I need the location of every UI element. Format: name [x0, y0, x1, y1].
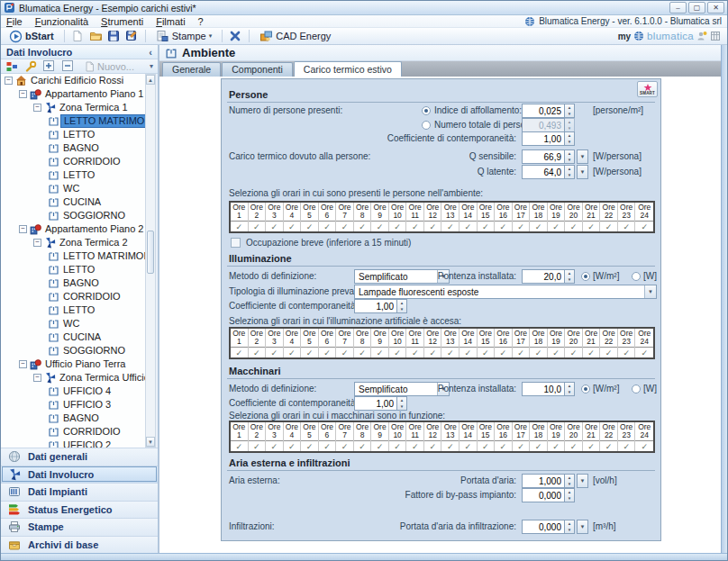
indice-affollamento-input[interactable]: [522, 104, 565, 118]
inf-portata-input[interactable]: [522, 520, 565, 534]
hour-4-check[interactable]: ✓: [284, 221, 301, 231]
nav-status-energetico[interactable]: Status Energetico: [1, 501, 158, 519]
minimize-button[interactable]: –: [669, 2, 687, 14]
illum-coeff-spinner[interactable]: ▲▼: [397, 299, 407, 313]
hour-4-cell[interactable]: Ore4✓: [284, 203, 302, 231]
macc-metodo-select[interactable]: Semplificato ▼: [354, 382, 450, 396]
hour-1-check[interactable]: ✓: [231, 440, 248, 451]
indice-affollamento-spinner[interactable]: ▲▼: [565, 104, 575, 118]
hour-24-check[interactable]: ✓: [635, 440, 653, 451]
hour-8-check[interactable]: ✓: [354, 347, 371, 357]
inf-portata-dropdown[interactable]: ▼: [577, 520, 588, 534]
macc-radio-wm2[interactable]: [581, 385, 590, 394]
hour-1-check[interactable]: ✓: [231, 221, 248, 231]
hour-3-check[interactable]: ✓: [266, 347, 283, 357]
portata-input[interactable]: [522, 474, 565, 488]
hour-15-cell[interactable]: Ore15✓: [478, 422, 496, 451]
hour-6-cell[interactable]: Ore6✓: [319, 329, 337, 357]
collapse-toggle[interactable]: −: [19, 360, 27, 368]
tree-item-carichi-edificio-rossi[interactable]: −Carichi Edificio Rossi: [1, 74, 147, 87]
hour-3-cell[interactable]: Ore3✓: [266, 203, 284, 231]
hour-7-cell[interactable]: Ore7✓: [336, 422, 354, 451]
hour-9-cell[interactable]: Ore9✓: [371, 422, 389, 451]
q-latente-input[interactable]: [522, 165, 565, 179]
tree-item-appartamento-piano-2[interactable]: −Appartamento Piano 2: [1, 222, 147, 236]
q-latente-dropdown[interactable]: ▼: [577, 165, 588, 179]
tree-item-letto-matrimoniale[interactable]: LETTO MATRIMONIALE: [1, 249, 147, 263]
hour-11-cell[interactable]: Ore11✓: [406, 203, 424, 231]
illum-radio-w[interactable]: [632, 272, 641, 281]
close-project-button[interactable]: [229, 30, 242, 42]
hour-13-cell[interactable]: Ore13✓: [441, 422, 460, 451]
tree-structure-button[interactable]: [5, 60, 18, 73]
illum-metodo-select[interactable]: Semplificato ▼: [354, 269, 450, 284]
hour-18-check[interactable]: ✓: [530, 347, 547, 357]
hour-1-cell[interactable]: Ore1✓: [231, 422, 249, 451]
hour-19-check[interactable]: ✓: [548, 347, 565, 357]
tree-item-ufficio-4[interactable]: UFFICIO 4: [1, 385, 147, 398]
hour-24-cell[interactable]: Ore24✓: [635, 203, 653, 231]
open-file-button[interactable]: [89, 30, 103, 42]
tree-item-zona-termica-ufficio[interactable]: −Zona Termica Ufficio: [1, 371, 147, 385]
illum-potenza-input[interactable]: [522, 269, 565, 284]
hour-19-cell[interactable]: Ore19✓: [548, 203, 566, 231]
bstart-button[interactable]: bStart: [5, 29, 58, 44]
collapse-toggle[interactable]: −: [19, 90, 27, 98]
hour-6-cell[interactable]: Ore6✓: [319, 203, 337, 231]
hour-11-check[interactable]: ✓: [406, 440, 423, 451]
tree-item-letto[interactable]: LETTO: [1, 128, 147, 141]
hour-1-cell[interactable]: Ore1✓: [231, 329, 249, 357]
toolbar-overflow-button[interactable]: ▾: [150, 62, 153, 70]
hour-21-check[interactable]: ✓: [583, 440, 600, 451]
hour-7-check[interactable]: ✓: [336, 347, 353, 357]
hour-22-check[interactable]: ✓: [600, 221, 617, 231]
bypass-spinner[interactable]: ▲▼: [565, 488, 575, 502]
collapse-toggle[interactable]: −: [33, 374, 41, 382]
calendar-icon[interactable]: [710, 31, 721, 41]
hour-2-cell[interactable]: Ore2✓: [249, 422, 267, 451]
stampe-button[interactable]: Stampe ▾: [152, 29, 215, 43]
hour-16-cell[interactable]: Ore16✓: [495, 203, 513, 231]
hour-20-cell[interactable]: Ore20✓: [565, 329, 583, 357]
settings-wrench-button[interactable]: [24, 60, 37, 73]
macc-potenza-spinner[interactable]: ▲▼: [565, 382, 575, 396]
tree-scrollbar[interactable]: ▲ ▼: [145, 74, 156, 448]
portata-spinner[interactable]: ▲▼: [565, 474, 575, 488]
hour-10-cell[interactable]: Ore10✓: [389, 422, 407, 451]
save-button[interactable]: [107, 30, 121, 42]
hour-14-check[interactable]: ✓: [460, 440, 477, 451]
hour-2-cell[interactable]: Ore2✓: [249, 203, 267, 231]
hour-17-cell[interactable]: Ore17✓: [513, 203, 531, 231]
hour-23-check[interactable]: ✓: [618, 221, 635, 231]
tab-carico-termico-estivo[interactable]: Carico termico estivo: [294, 61, 402, 77]
q-sensibile-spinner[interactable]: ▲▼: [565, 149, 575, 164]
hour-15-cell[interactable]: Ore15✓: [478, 329, 496, 357]
hour-4-cell[interactable]: Ore4✓: [284, 329, 302, 357]
hour-4-cell[interactable]: Ore4✓: [284, 422, 302, 451]
tree-item-corridoio[interactable]: CORRIDOIO: [1, 425, 147, 439]
illum-radio-wm2[interactable]: [581, 272, 590, 281]
tree-item-cucina[interactable]: CUCINA: [1, 195, 147, 209]
hour-2-check[interactable]: ✓: [249, 221, 266, 231]
hour-5-cell[interactable]: Ore5✓: [301, 203, 319, 231]
hour-23-cell[interactable]: Ore23✓: [618, 329, 636, 357]
hour-5-check[interactable]: ✓: [301, 221, 318, 231]
hour-10-check[interactable]: ✓: [389, 440, 406, 451]
hour-15-check[interactable]: ✓: [478, 221, 495, 231]
collapse-toggle[interactable]: −: [33, 104, 41, 112]
hour-6-cell[interactable]: Ore6✓: [319, 422, 337, 451]
tree-item-letto[interactable]: LETTO: [1, 168, 147, 182]
hour-17-cell[interactable]: Ore17✓: [513, 422, 531, 451]
hour-5-cell[interactable]: Ore5✓: [301, 422, 319, 451]
hour-22-cell[interactable]: Ore22✓: [600, 329, 618, 357]
hour-9-check[interactable]: ✓: [371, 221, 388, 231]
tree-item-bagno[interactable]: BAGNO: [1, 141, 147, 155]
nav-archivi-di-base[interactable]: Archivi di base: [1, 536, 158, 554]
hour-12-cell[interactable]: Ore12✓: [424, 329, 442, 357]
hour-5-check[interactable]: ✓: [301, 440, 318, 451]
hour-22-cell[interactable]: Ore22✓: [600, 422, 618, 451]
menu-[interactable]: ?: [198, 16, 204, 27]
tree-item-wc[interactable]: WC: [1, 317, 147, 330]
hour-14-cell[interactable]: Ore14✓: [460, 329, 478, 357]
hour-17-check[interactable]: ✓: [513, 221, 530, 231]
